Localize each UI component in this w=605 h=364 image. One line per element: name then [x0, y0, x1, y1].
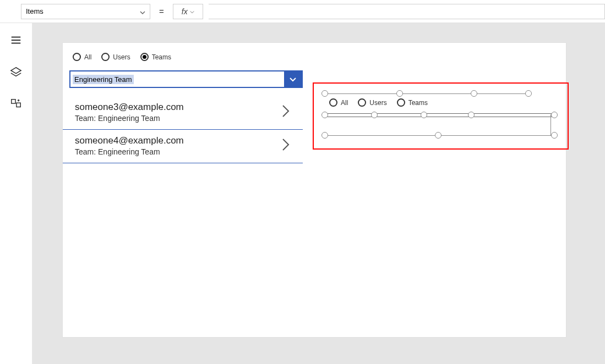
selection-handle[interactable]: [551, 112, 558, 118]
filter-radio-group-left: All Users Teams: [73, 53, 176, 61]
radio-teams[interactable]: [140, 53, 149, 61]
selection-handle[interactable]: [396, 90, 403, 97]
selection-handle[interactable]: [468, 112, 475, 118]
radio-label: Users: [113, 53, 130, 61]
dropdown-value: Engineering Team: [73, 75, 134, 84]
list-item-secondary: Team: Engineering Team: [75, 147, 184, 156]
selected-controls-group[interactable]: All Users Teams: [313, 82, 569, 150]
radio-label: Users: [369, 99, 386, 107]
fx-icon: fx: [182, 7, 188, 16]
svg-rect-0: [12, 100, 15, 103]
svg-rect-1: [17, 103, 20, 107]
selection-handle[interactable]: [321, 132, 328, 139]
fx-expand-button[interactable]: fx: [173, 4, 203, 19]
radio-teams[interactable]: [397, 98, 405, 107]
radio-all[interactable]: [73, 53, 81, 61]
results-list: someone3@example.com Team: Engineering T…: [63, 96, 303, 163]
radio-label: All: [84, 53, 91, 61]
selection-handle[interactable]: [371, 112, 378, 118]
selection-handle[interactable]: [525, 90, 532, 97]
layers-icon[interactable]: [10, 66, 22, 78]
radio-users[interactable]: [101, 53, 110, 61]
list-item-primary: someone4@example.com: [75, 135, 184, 146]
hamburger-icon[interactable]: [10, 34, 22, 46]
selection-handle[interactable]: [321, 112, 328, 118]
selection-handle[interactable]: [421, 112, 427, 118]
equals-sign: =: [156, 7, 167, 16]
radio-label: All: [341, 99, 348, 107]
filter-radio-group-right: All Users Teams: [329, 98, 432, 107]
chevron-right-icon: [281, 103, 291, 121]
team-dropdown[interactable]: Engineering Team: [69, 70, 303, 88]
canvas-area[interactable]: All Users Teams Engineering Team someone…: [32, 23, 605, 364]
chevron-down-icon: [190, 7, 194, 16]
property-label: Items: [26, 7, 43, 15]
formula-input[interactable]: [209, 4, 605, 19]
radio-label: Teams: [152, 53, 171, 61]
list-item-primary: someone3@example.com: [75, 102, 184, 113]
radio-all[interactable]: [329, 98, 337, 107]
list-item[interactable]: someone4@example.com Team: Engineering T…: [63, 130, 303, 163]
insert-icon[interactable]: [10, 98, 22, 110]
chevron-down-icon: [140, 9, 145, 14]
selection-handle[interactable]: [471, 90, 477, 97]
list-item-secondary: Team: Engineering Team: [75, 114, 184, 123]
list-item[interactable]: someone3@example.com Team: Engineering T…: [63, 96, 303, 130]
app-screen: All Users Teams Engineering Team someone…: [63, 43, 566, 337]
formula-bar: Items = fx: [0, 0, 605, 23]
radio-label: Teams: [408, 99, 428, 107]
property-dropdown[interactable]: Items: [21, 4, 150, 19]
chevron-right-icon: [281, 137, 291, 155]
dropdown-toggle-button[interactable]: [284, 70, 302, 88]
selection-handle[interactable]: [435, 132, 442, 139]
selection-handle[interactable]: [321, 90, 328, 97]
chevron-down-icon: [289, 75, 297, 83]
radio-users[interactable]: [358, 98, 366, 107]
left-rail: [0, 23, 32, 364]
selection-handle[interactable]: [551, 132, 558, 139]
